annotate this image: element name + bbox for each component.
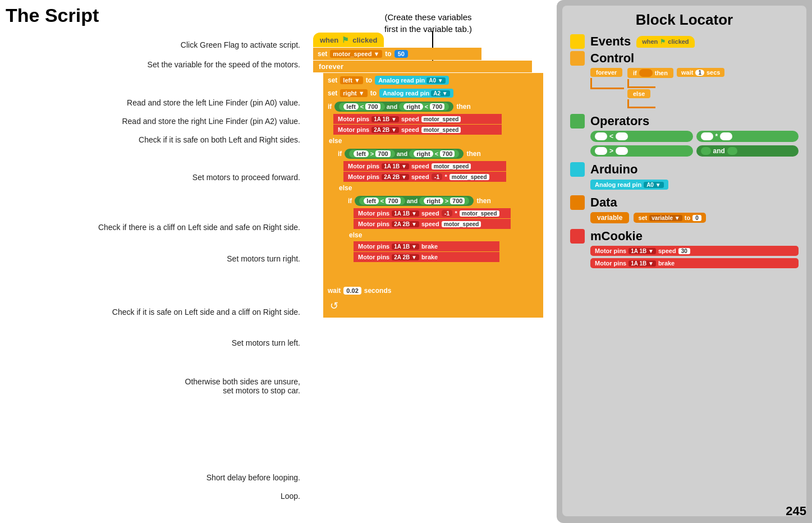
clicked-label: clicked bbox=[352, 36, 377, 44]
variable-block-example: variable bbox=[590, 212, 629, 223]
flag-icon: ⚑ bbox=[342, 35, 349, 44]
set-variable-example: set variable ▼ to 0 bbox=[634, 213, 705, 223]
operators-label: Operators bbox=[590, 114, 649, 129]
data-label: Data bbox=[590, 195, 617, 210]
control-label: Control bbox=[590, 51, 634, 66]
analog-a2: Analog read pin A2 ▼ bbox=[379, 89, 453, 98]
motor-1a1b-left: Motor pins 1A 1B ▼ speed -1 * motor_spee… bbox=[354, 208, 511, 218]
motor-2a2b-brake: Motor pins 2A 2B ▼ brake bbox=[354, 252, 499, 262]
and-op: and bbox=[696, 145, 799, 157]
ann-motors-forward: Set motors to proceed forward. bbox=[192, 173, 300, 182]
analog-a0: Analog read pin A0 ▼ bbox=[375, 76, 449, 85]
wait-example: wait 1 secs bbox=[677, 68, 724, 77]
motor-1a1b-forward: Motor pins 1A 1B ▼ speed motor_speed bbox=[333, 114, 502, 124]
motor-2a2b-left: Motor pins 2A 2B ▼ speed motor_speed bbox=[354, 219, 511, 229]
control-dot bbox=[570, 51, 585, 66]
forever-label: forever bbox=[313, 61, 532, 72]
if-block-2: if left > 700 and right < 700 then bbox=[333, 147, 533, 160]
loop-arrow: ↺ bbox=[323, 297, 435, 316]
events-label: Events bbox=[590, 34, 631, 49]
motor-2a2b-forward: Motor pins 2A 2B ▼ speed motor_speed bbox=[333, 125, 502, 135]
wait-block: wait 0.02 seconds bbox=[323, 285, 469, 297]
multiply-op: * bbox=[696, 131, 799, 142]
right-panel: Block Locator Events when ⚑ clicked Cont… bbox=[557, 0, 812, 523]
data-examples: variable set variable ▼ to 0 bbox=[590, 212, 799, 223]
when-clicked-example: when ⚑ clicked bbox=[636, 36, 694, 48]
set-left-block: set left ▼ to Analog read pin A0 ▼ bbox=[323, 74, 525, 86]
mcookie-section: mCookie bbox=[570, 229, 799, 244]
motor-1a1b-right1: Motor pins 1A 1B ▼ speed motor_speed bbox=[343, 161, 506, 171]
set-label: set bbox=[318, 50, 327, 58]
arduino-examples: Analog read pin A0 ▼ bbox=[590, 179, 799, 190]
block-locator-title: Block Locator bbox=[570, 11, 799, 29]
when-label: when bbox=[320, 36, 338, 44]
ann-loop: Loop. bbox=[281, 492, 300, 501]
ann-otherwise: Otherwise both sides are unsure,set moto… bbox=[185, 377, 300, 395]
motor-2a2b-right: Motor pins 2A 2B ▼ speed -1 * motor_spee… bbox=[343, 172, 506, 182]
mcookie-label: mCookie bbox=[590, 229, 643, 244]
else-body: Motor pins 1A 1B ▼ brake Motor pins 2A 2… bbox=[354, 241, 543, 262]
ann-check-both: Check if it is safe on both Left and Rig… bbox=[139, 135, 300, 144]
ann-set-variable: Set the variable for the speed of the mo… bbox=[148, 60, 300, 69]
if-body-2: Motor pins 1A 1B ▼ speed motor_speed Mot… bbox=[343, 161, 543, 182]
motor-1a1b-brake: Motor pins 1A 1B ▼ brake bbox=[354, 241, 499, 251]
variable-note: (Create these variablesfirst in the vari… bbox=[384, 11, 472, 35]
control-section: Control bbox=[570, 51, 799, 66]
motor-speed-example: Motor pins 1A 1B ▼ speed 30 bbox=[590, 246, 799, 256]
arduino-section: Arduino bbox=[570, 162, 799, 177]
greater-than-op: > bbox=[590, 145, 693, 157]
ann-motors-left: Set motors turn left. bbox=[232, 338, 300, 347]
ann-read-right: Read and store the right Line Finder (pi… bbox=[122, 117, 300, 126]
forever-example: forever bbox=[590, 68, 624, 89]
control-examples: forever if then else wait 1 secs bbox=[590, 68, 799, 108]
operators-section: Operators bbox=[570, 114, 799, 129]
page-number: 245 bbox=[786, 504, 806, 519]
operators-dot bbox=[570, 114, 585, 129]
set-right-block: set right ▼ to Analog read pin A2 ▼ bbox=[323, 87, 525, 99]
if-then-example: if then else bbox=[627, 68, 673, 108]
else-3: else bbox=[343, 230, 534, 241]
set-speed-block: set motor_speed ▼ to 50 bbox=[313, 48, 481, 60]
else-2: else bbox=[333, 182, 533, 194]
ann-motors-right: Set motors turn right. bbox=[227, 254, 300, 263]
ann-read-left: Read and store the left Line Finder (pin… bbox=[127, 98, 300, 107]
if-block-1: if left < 700 and right < 700 then bbox=[323, 100, 531, 113]
less-than-op: < bbox=[590, 131, 693, 142]
speed-value: 50 bbox=[394, 50, 408, 58]
mcookie-dot bbox=[570, 229, 585, 244]
ann-check-cliff-right: Check if it is safe on Left side and a c… bbox=[112, 308, 300, 316]
events-section: Events when ⚑ clicked bbox=[570, 34, 799, 49]
if-body-3: Motor pins 1A 1B ▼ speed -1 * motor_spee… bbox=[354, 208, 543, 229]
to-label: to bbox=[385, 50, 391, 58]
events-dot bbox=[570, 34, 585, 49]
analog-read-example: Analog read pin A0 ▼ bbox=[590, 180, 668, 190]
motor-speed-dropdown: motor_speed ▼ bbox=[330, 50, 382, 58]
mcookie-examples: Motor pins 1A 1B ▼ speed 30 Motor pins 1… bbox=[590, 246, 799, 268]
else-1: else bbox=[323, 135, 531, 146]
page-title: The Script bbox=[6, 4, 99, 26]
script-blocks: when ⚑ clicked set motor_speed ▼ to 50 f… bbox=[313, 33, 543, 318]
if-block-3: if left < 700 and right > 700 then bbox=[343, 194, 534, 208]
right-inner: Block Locator Events when ⚑ clicked Cont… bbox=[562, 6, 806, 516]
data-dot bbox=[570, 195, 585, 210]
ann-check-cliff-left: Check if there is a cliff on Left side a… bbox=[98, 223, 300, 232]
arduino-dot bbox=[570, 162, 585, 177]
forever-body: set left ▼ to Analog read pin A0 ▼ set r… bbox=[323, 73, 543, 318]
data-section: Data bbox=[570, 195, 799, 210]
when-clicked-block: when ⚑ clicked bbox=[313, 33, 384, 47]
operators-examples: < * > and bbox=[590, 131, 799, 157]
ann-delay: Short delay before looping. bbox=[207, 473, 300, 482]
arduino-label: Arduino bbox=[590, 162, 637, 177]
if-body-1: Motor pins 1A 1B ▼ speed motor_speed Mot… bbox=[333, 114, 543, 135]
motor-brake-example: Motor pins 1A 1B ▼ brake bbox=[590, 258, 799, 268]
ann-click-flag: Click Green Flag to activate script. bbox=[181, 40, 300, 49]
